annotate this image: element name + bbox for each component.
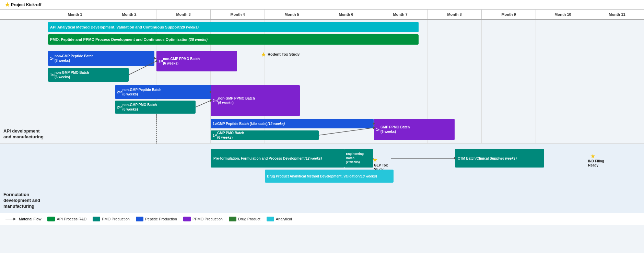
ppmo-production-label: PPMO Production xyxy=(192,217,223,221)
api-section-label: API development and manufacturing xyxy=(0,128,46,140)
month-5: Month 5 xyxy=(265,10,319,19)
project-kickoff: ★ Project Kick-off xyxy=(0,1,644,8)
rodent-tox-star-icon: ★ xyxy=(261,51,266,58)
api-process-label: API Process R&D xyxy=(57,217,86,221)
ind-filing-star-icon: ★ xyxy=(590,152,596,160)
month-7: Month 7 xyxy=(373,10,428,19)
month-4: Month 4 xyxy=(211,10,265,19)
header-row: ★ Project Kick-off xyxy=(0,0,644,10)
svg-line-6 xyxy=(196,101,211,107)
drug-product-bar: Drug Product Analytical Method Developme… xyxy=(265,170,394,183)
gmp-ppmo-bar: 1st GMP PPMO Batch (6 weeks) xyxy=(374,119,455,140)
legend-ppmo-production: PPMO Production xyxy=(183,217,223,221)
top-bars-area: API Analytical Method Development, Valid… xyxy=(0,20,644,47)
month-header: Month 1 Month 2 Month 3 Month 4 Month 5 … xyxy=(0,10,644,20)
peptide-production-color xyxy=(136,217,143,221)
legend-pmo-production: PMO Production xyxy=(93,217,130,221)
batch2-ppmo-bar: 2nd non-GMP PPMO Batch (6 weeks) xyxy=(211,85,300,116)
month-11: Month 11 xyxy=(590,10,644,19)
legend-analytical: Analytical xyxy=(267,217,292,221)
month-3: Month 3 xyxy=(156,10,211,19)
glp-tox-star-icon: ★ xyxy=(372,156,378,164)
month-6: Month 6 xyxy=(319,10,373,19)
batch2-pmo-bar: 2nd non-GMP PMO Batch (6 weeks) xyxy=(115,101,196,114)
formulation-section-label: Formulation development and manufacturin… xyxy=(0,192,46,209)
month-2: Month 2 xyxy=(102,10,156,19)
batch1-ppmo-bar: 1st non-GMP PPMO Batch (6 weeks) xyxy=(156,51,237,71)
month-9: Month 9 xyxy=(482,10,536,19)
month-10: Month 10 xyxy=(536,10,590,19)
kickoff-star-icon: ★ xyxy=(5,1,10,8)
gmp-peptide-bar: 1st GMP Peptide Batch (kilo scale) (12 w… xyxy=(211,119,374,128)
analytical-label: Analytical xyxy=(276,217,292,221)
project-title: Project Kick-off xyxy=(11,2,42,7)
ppmo-production-color xyxy=(183,217,191,221)
batch2-peptide-bar: 2nd non-GMP Peptide Batch (8 weeks) xyxy=(115,85,223,99)
batch1-pmo-bar: 1st non-GMP PMO Batch (6 weeks) xyxy=(48,68,129,82)
preform-bar: Pre-formulation, Formulation and Process… xyxy=(211,149,344,168)
month-spacer xyxy=(0,10,48,19)
svg-line-10 xyxy=(319,128,374,135)
legend-drug-product: Drug Product xyxy=(229,217,260,221)
api-process-color xyxy=(47,217,55,221)
api-section: API development and manufacturing 1st no… xyxy=(0,47,644,143)
pmo-production-label: PMO Production xyxy=(102,217,130,221)
material-flow-legend: Material Flow xyxy=(5,217,41,221)
eng-batch-bar: Engineering Batch (2 weeks) xyxy=(344,149,373,168)
month-8: Month 8 xyxy=(428,10,482,19)
month-1: Month 1 xyxy=(48,10,102,19)
pmo-peptide-ppmo-bar: PMO, Peptide and PPMO Process Developmen… xyxy=(48,34,419,45)
peptide-production-label: Peptide Production xyxy=(145,217,177,221)
formulation-section: Formulation development and manufacturin… xyxy=(0,144,644,213)
drug-product-color xyxy=(229,217,236,221)
legend-peptide-production: Peptide Production xyxy=(136,217,177,221)
ctm-batch-bar: CTM Batch/Clinical Supply (6 weeks) xyxy=(455,149,544,168)
material-flow-arrow-icon xyxy=(5,217,17,221)
batch1-peptide-bar: 1st non-GMP Peptide Batch (8 weeks) xyxy=(48,51,154,66)
pmo-production-color xyxy=(93,217,100,221)
api-analytical-bar: API Analytical Method Development, Valid… xyxy=(48,22,419,32)
svg-marker-20 xyxy=(13,218,16,220)
chart-container: ★ Project Kick-off Month 1 Month 2 Month… xyxy=(0,0,644,225)
ind-filing-label: IND FilingReady xyxy=(588,159,604,168)
gmp-pmo-bar: 1st GMP PMO Batch (6 weeks) xyxy=(211,130,319,140)
material-flow-label: Material Flow xyxy=(19,217,41,221)
legend-api-process: API Process R&D xyxy=(47,217,86,221)
rodent-tox-label: Rodent Tox Study xyxy=(268,52,300,56)
analytical-color xyxy=(267,217,274,221)
legend-row: Material Flow API Process R&D PMO Produc… xyxy=(0,213,644,225)
drug-product-label: Drug Product xyxy=(238,217,260,221)
